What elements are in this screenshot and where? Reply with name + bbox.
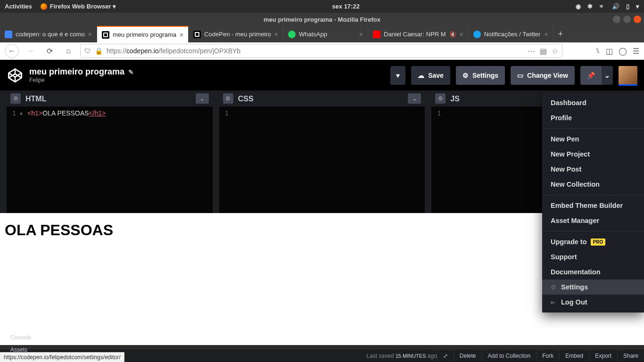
menu-dashboard[interactable]: Dashboard (542, 95, 644, 110)
pin-dropdown[interactable]: ⌄ (602, 66, 613, 85)
pen-title[interactable]: meu primeiro programa (29, 67, 124, 77)
add-collection-button[interactable]: Add to Collection (482, 350, 537, 362)
fork-button[interactable]: Fork (536, 350, 559, 362)
page-actions-icon[interactable]: ⋯ (528, 47, 535, 56)
volume-icon[interactable]: 🔊 (612, 3, 619, 10)
window-maximize[interactable] (623, 16, 631, 23)
panel-title: HTML (25, 94, 50, 103)
close-icon[interactable]: × (274, 31, 278, 38)
whatsapp-icon (288, 31, 296, 38)
menu-embed-builder[interactable]: Embed Theme Builder (542, 198, 644, 213)
cloud-icon: ☁ (418, 72, 424, 79)
panel-dropdown[interactable]: ⌄ (196, 93, 209, 104)
close-icon[interactable]: × (88, 31, 92, 38)
battery-icon[interactable]: ▯ (626, 3, 629, 10)
clock[interactable]: sex 17:22 (116, 3, 576, 10)
tab-docs[interactable]: codepen: o que é e como × (0, 26, 97, 42)
nav-back-button[interactable]: ← (5, 44, 19, 58)
console-button[interactable]: Console (5, 331, 43, 344)
edit-icon[interactable]: ✎ (128, 68, 134, 76)
panel-html: ⚙ HTML ⌄ 1▼ <h1>OLA PESSOAS</h1> (7, 90, 213, 213)
layout-icon: ▭ (517, 72, 523, 79)
window-minimize[interactable] (613, 16, 620, 23)
change-view-button[interactable]: ▭ Change View (511, 66, 575, 85)
codepen-header: meu primeiro programa ✎ Felipe ♥ ☁ Save … (0, 60, 644, 90)
menu-new-collection[interactable]: New Collection (542, 177, 644, 192)
codepen-logo[interactable] (7, 67, 24, 84)
codepen-icon (102, 31, 109, 39)
chevron-down-icon: ⌄ (604, 72, 610, 79)
app-menu[interactable]: Firefox Web Browser ▾ (41, 3, 116, 10)
gnome-topbar: Activities Firefox Web Browser ▾ sex 17:… (0, 0, 644, 13)
close-icon[interactable]: × (460, 31, 463, 38)
menu-icon[interactable]: ☰ (633, 47, 639, 56)
tab-twitter[interactable]: Notificações / Twitter × (469, 26, 553, 42)
bookmark-star-icon[interactable]: ☆ (552, 47, 558, 56)
tab-youtube[interactable]: Daniel Caesar: NPR M 🔇 × (368, 26, 469, 42)
expand-icon: ⤢ (443, 353, 448, 359)
youtube-icon (373, 31, 380, 38)
activities-button[interactable]: Activities (5, 3, 32, 10)
menu-documentation[interactable]: Documentation (542, 264, 644, 280)
panel-dropdown[interactable]: ⌄ (408, 93, 421, 104)
close-icon[interactable]: × (545, 31, 548, 38)
pen-author[interactable]: Felipe (29, 77, 385, 83)
close-icon[interactable]: × (359, 31, 363, 38)
menu-new-project[interactable]: New Project (542, 147, 644, 162)
embed-button[interactable]: Embed (559, 350, 589, 362)
new-tab-button[interactable]: + (553, 26, 568, 42)
reload-button[interactable]: ⟳ (42, 44, 57, 58)
firefox-icon (41, 3, 47, 10)
panel-settings-button[interactable]: ⚙ (435, 93, 446, 104)
share-button[interactable]: Share (617, 350, 644, 362)
mute-icon[interactable]: 🔇 (449, 31, 456, 38)
sidebar-icon[interactable]: ◫ (606, 47, 613, 56)
shield-icon[interactable]: 🛡 (84, 47, 91, 55)
css-editor[interactable]: 1 (219, 107, 425, 213)
menu-upgrade[interactable]: Upgrade to PRO (542, 234, 644, 249)
account-icon[interactable]: ◯ (619, 47, 627, 56)
panel-css: ⚙ CSS ⌄ 1 (219, 90, 425, 213)
settings-button[interactable]: ⚙ Settings (456, 66, 505, 85)
lock-icon[interactable]: 🔒 (95, 47, 103, 55)
like-button[interactable]: ♥ (390, 66, 405, 85)
delete-button[interactable]: Delete (454, 350, 482, 362)
power-icon[interactable]: ▾ (636, 3, 639, 10)
browser-tabstrip: codepen: o que é e como × meu primeiro p… (0, 26, 644, 42)
menu-support[interactable]: Support (542, 249, 644, 264)
menu-new-post[interactable]: New Post (542, 162, 644, 177)
expand-button[interactable]: ⤢ (437, 350, 454, 362)
close-icon[interactable]: × (180, 31, 183, 39)
panel-title: CSS (238, 94, 257, 103)
tab-codepen-view[interactable]: CodePen - meu primeiro × (189, 26, 283, 42)
reader-icon[interactable]: ▤ (540, 47, 547, 56)
home-button[interactable]: ⌂ (61, 44, 75, 58)
tab-codepen-editor[interactable]: meu primeiro programa × (97, 26, 189, 42)
wifi-icon[interactable]: ᯤ (599, 3, 605, 10)
menu-asset-manager[interactable]: Asset Manager (542, 213, 644, 228)
html-editor[interactable]: 1▼ <h1>OLA PESSOAS</h1> (7, 107, 213, 213)
address-bar[interactable]: 🛡 🔒 https://codepen.io/felipedotcom/pen/… (80, 44, 562, 58)
pin-button[interactable]: 📌 (580, 66, 602, 85)
slack-icon[interactable]: ✱ (587, 3, 593, 10)
twitter-icon (473, 31, 481, 38)
codepen-logo-icon (7, 67, 23, 83)
menu-settings[interactable]: ⚙ Settings (542, 280, 644, 295)
panel-settings-button[interactable]: ⚙ (223, 93, 233, 104)
avatar[interactable] (619, 66, 637, 85)
menu-logout[interactable]: ⇤ Log Out (542, 295, 644, 310)
panel-settings-button[interactable]: ⚙ (10, 93, 21, 104)
fold-icon[interactable]: ▼ (19, 111, 24, 116)
gear-icon: ⚙ (551, 284, 557, 291)
tab-whatsapp[interactable]: WhatsApp × (283, 26, 368, 42)
gear-icon: ⚙ (225, 95, 231, 102)
codepen-icon (193, 31, 201, 38)
discord-icon[interactable]: ◉ (576, 3, 581, 10)
save-button[interactable]: ☁ Save (411, 66, 450, 85)
library-icon[interactable]: ⑊ (595, 47, 600, 56)
menu-profile[interactable]: Profile (542, 110, 644, 125)
menu-separator (542, 231, 644, 231)
window-close[interactable] (634, 16, 641, 23)
menu-new-pen[interactable]: New Pen (542, 132, 644, 147)
export-button[interactable]: Export (589, 350, 617, 362)
